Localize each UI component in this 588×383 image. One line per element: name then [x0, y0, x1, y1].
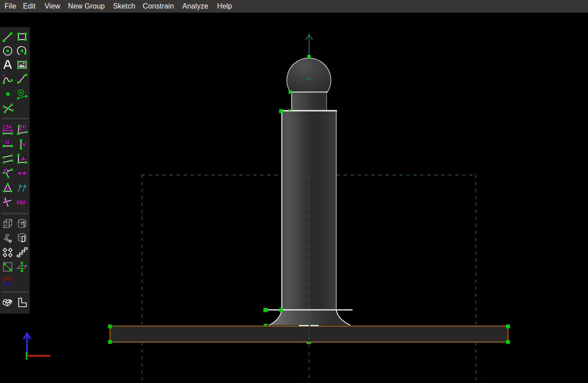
svg-text:V: V: [23, 142, 26, 147]
svg-text:74°: 74°: [20, 125, 27, 130]
svg-text:REF: REF: [17, 200, 26, 205]
svg-text:2.54: 2.54: [3, 125, 12, 130]
svg-text:H: H: [5, 140, 9, 145]
svg-text:T: T: [2, 73, 5, 78]
